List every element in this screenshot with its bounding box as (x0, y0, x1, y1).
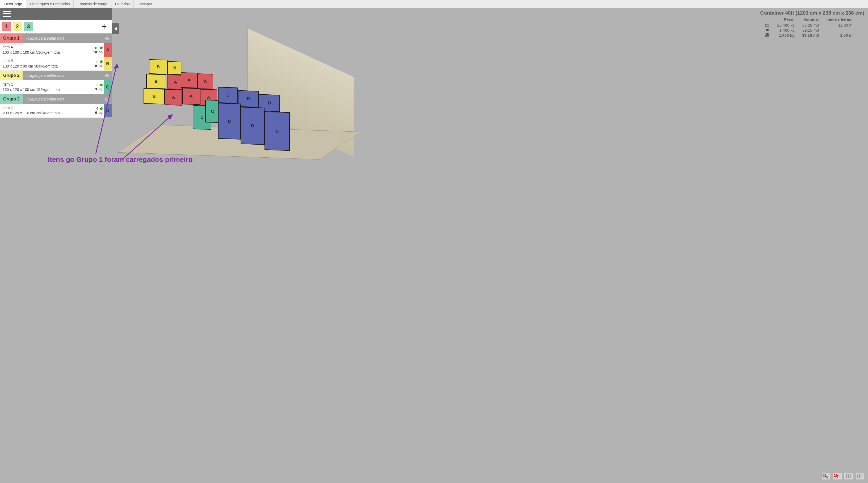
collapse-panel-button[interactable] (112, 23, 119, 34)
svg-rect-9 (765, 35, 769, 36)
svg-marker-1 (114, 64, 119, 69)
view-mode-a-button[interactable] (844, 473, 853, 480)
stats-livres: 1,63 m (822, 33, 855, 38)
container-icon (765, 23, 770, 27)
status-dot-icon (100, 46, 103, 49)
nav-tab-0[interactable]: EasyCargo (0, 0, 26, 8)
add-priority-button[interactable]: + (98, 21, 110, 33)
priority-tab-1[interactable]: 1 (2, 22, 11, 31)
view-toolbar: kg T (822, 473, 864, 480)
item-unit: pç (99, 50, 103, 54)
top-nav: EasyCargoEmbarques e RelatóriosEspaços d… (0, 0, 868, 8)
item-color-tag[interactable]: A (104, 43, 112, 57)
group-name: Grupo 3 (0, 94, 23, 104)
group-name: Grupo 2 (0, 71, 23, 80)
stats-livres (822, 28, 855, 33)
nav-tab-2[interactable]: Espaços de carga (74, 0, 111, 8)
nav-tab-4[interactable]: Licenças (134, 0, 156, 8)
priority-tab-2[interactable]: 2 (13, 22, 22, 31)
svg-line-2 (122, 114, 173, 160)
stats-row: 1.466 kg39,16 m3 (760, 28, 855, 33)
cargo-box-D[interactable]: D (218, 103, 241, 139)
item-name: item B (3, 59, 84, 64)
cargo-box-C[interactable]: C (205, 100, 220, 123)
sidebar-header (0, 8, 112, 20)
nav-tab-1[interactable]: Embarques e Relatórios (26, 0, 74, 8)
menu-icon[interactable] (3, 10, 11, 18)
container-stats: Container 40ft (1203 cm x 235 cm x 238 c… (760, 10, 864, 38)
item-meta: 10 10 pç (86, 43, 104, 57)
svg-rect-12 (858, 475, 860, 478)
cargo-box-B[interactable]: B (167, 61, 182, 75)
container-title: Container 40ft (1203 cm x 235 cm x 238 c… (760, 10, 864, 16)
stats-header-volume: Volume: (797, 17, 822, 23)
loaded-icon (765, 33, 770, 37)
stats-volume: 39,16 m3 (797, 28, 822, 33)
toggle-weight-kg-button[interactable]: kg (822, 473, 831, 480)
svg-rect-8 (766, 33, 769, 35)
cargo-icon (765, 28, 770, 32)
cargo-box-D[interactable]: D (218, 87, 238, 104)
group-name: Grupo 1 (0, 33, 23, 43)
svg-rect-4 (765, 25, 769, 26)
item-info: item A100 x 100 x 100 cm 530kg/em total (0, 43, 86, 57)
cargo-box-A[interactable]: A (182, 88, 200, 105)
cargo-box-D[interactable]: D (241, 107, 265, 145)
cargo-box-B[interactable]: B (146, 74, 166, 89)
cargo-box-D[interactable]: D (238, 90, 259, 107)
group-cube-icon[interactable] (103, 36, 112, 40)
stats-row: 26.480 kg67,28 m312,03 m (760, 23, 855, 28)
item-name: item C (3, 82, 84, 87)
grid-2-icon (857, 475, 862, 478)
cargo-box-B[interactable]: B (149, 59, 167, 74)
stats-header-livres: metros livres: (822, 17, 855, 23)
item-info: item B100 x 120 x 90 cm 384kg/em total (0, 57, 86, 70)
item-dims: 130 x 120 x 100 cm 192kg/em total (3, 87, 84, 93)
cargo-box-A[interactable]: A (165, 89, 182, 105)
item-info: item C130 x 120 x 100 cm 192kg/em total (0, 80, 86, 94)
stage: BBBBAAAAAACCDDDDDD itens go Grupo 1 fora… (0, 8, 868, 483)
stats-peso: 1.466 kg (772, 28, 797, 33)
stats-header-peso: Peso: (772, 17, 797, 23)
item-total-count: 10 (93, 50, 97, 54)
item-name: item A (3, 45, 84, 50)
grid-icon (846, 475, 851, 478)
nav-tab-3[interactable]: Usuários (112, 0, 134, 8)
toggle-weight-t-button[interactable]: T (833, 473, 842, 480)
item-info: item D200 x 120 x 110 cm 360kg/em total (0, 104, 86, 118)
item-dims: 200 x 120 x 110 cm 360kg/em total (3, 110, 84, 116)
stats-volume: 67,28 m3 (797, 23, 822, 28)
priority-tab-row: 123 + (0, 20, 112, 33)
stats-peso: 1.466 kg (772, 33, 797, 38)
group-note[interactable]: clique para editar nota (23, 36, 103, 40)
item-loaded-count: 10 (95, 46, 98, 50)
svg-rect-7 (766, 29, 769, 31)
stats-row: 1.466 kg39,16 m31,63 m (760, 33, 855, 38)
stats-volume: 39,16 m3 (797, 33, 822, 38)
cargo-box-D[interactable]: D (265, 111, 290, 151)
stats-peso: 26.480 kg (772, 23, 797, 28)
priority-tab-3[interactable]: 3 (24, 22, 33, 31)
item-dims: 100 x 120 x 90 cm 384kg/em total (3, 64, 84, 69)
group-header-1[interactable]: Grupo 1clique para editar nota (0, 33, 112, 43)
cargo-box-A[interactable]: A (197, 73, 213, 89)
item-row[interactable]: item A100 x 100 x 100 cm 530kg/em total1… (0, 43, 112, 57)
stats-table: Peso: Volume: metros livres: 26.480 kg67… (760, 17, 855, 38)
cargo-box-A[interactable]: A (181, 72, 197, 88)
svg-rect-13 (860, 475, 862, 478)
svg-line-0 (96, 64, 117, 154)
annotation-text: itens go Grupo 1 foram carregados primei… (48, 156, 193, 164)
stats-livres: 12,03 m (822, 23, 855, 28)
view-mode-b-button[interactable] (855, 473, 864, 480)
item-name: item D (3, 105, 84, 111)
item-dims: 100 x 100 x 100 cm 530kg/em total (3, 50, 84, 55)
